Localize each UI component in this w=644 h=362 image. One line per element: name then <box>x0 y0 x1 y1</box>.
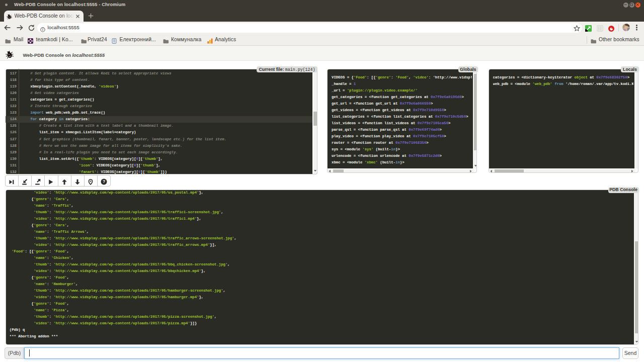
svg-text:?: ? <box>103 179 105 184</box>
